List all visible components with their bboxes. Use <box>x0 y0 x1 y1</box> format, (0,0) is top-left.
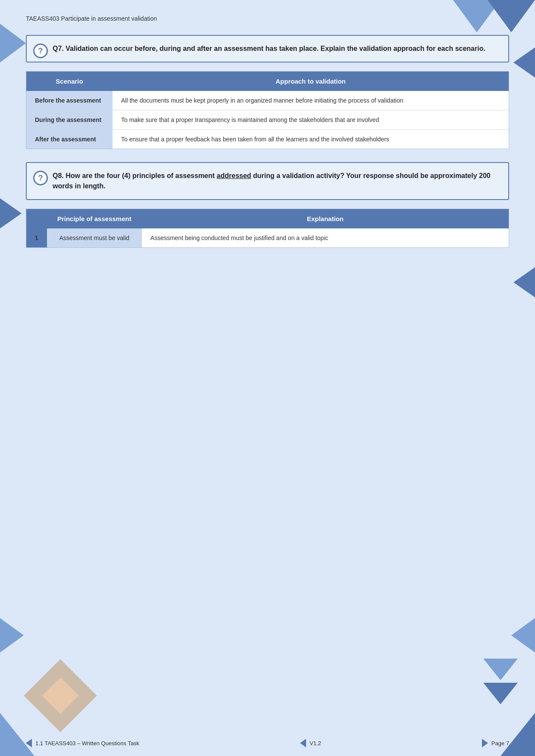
q7-text: Q7. Validation can occur before, during … <box>53 44 500 54</box>
footer-left-icon <box>26 739 32 747</box>
q7-scenario-cell: During the assessment <box>26 110 113 130</box>
deco-bottom-right-tris <box>483 659 518 704</box>
q7-table-row: Before the assessment All the documents … <box>26 91 509 110</box>
q7-approach-cell: To ensure that a proper feedback has bee… <box>113 130 509 149</box>
page: TAEASS403 Participate in assessment vali… <box>0 0 535 756</box>
q8-text: Q8. How are the four (4) principles of a… <box>53 171 500 191</box>
deco-arr-bottom-left <box>0 618 24 653</box>
page-footer: 1.1 TAEASS403 – Written Questions Task V… <box>0 739 535 747</box>
footer-center-icon <box>300 739 306 747</box>
footer-right-icon <box>482 739 488 747</box>
q7-icon: ? <box>33 44 48 58</box>
q7-scenario-cell: After the assessment <box>26 130 113 149</box>
q8-table-row: 1 Assessment must be valid Assessment be… <box>26 228 509 247</box>
q8-principle-cell: Assessment must be valid <box>47 228 142 247</box>
q7-col2-header: Approach to validation <box>113 72 509 91</box>
footer-left: 1.1 TAEASS403 – Written Questions Task <box>26 739 139 747</box>
q8-block: ? Q8. How are the four (4) principles of… <box>26 162 509 200</box>
footer-center: V1.2 <box>300 739 321 747</box>
deco-tri-bottom-left <box>0 713 34 756</box>
deco-tri-down-2 <box>483 683 518 704</box>
footer-page: Page 7 <box>491 740 509 747</box>
footer-version: V1.2 <box>310 740 321 747</box>
page-header: TAEASS403 Participate in assessment vali… <box>26 9 509 26</box>
header-title: TAEASS403 Participate in assessment vali… <box>26 15 157 22</box>
q7-table: Scenario Approach to validation Before t… <box>26 71 509 149</box>
q7-approach-cell: To make sure that a proper transparency … <box>113 110 509 130</box>
deco-arr-right-mid <box>513 267 535 297</box>
footer-left-text: 1.1 TAEASS403 – Written Questions Task <box>35 740 139 747</box>
q8-explanation-cell: Assessment being conducted must be justi… <box>142 228 509 247</box>
q7-approach-cell: All the documents must be kept properly … <box>113 91 509 110</box>
deco-tri-down-1 <box>483 659 518 680</box>
q8-col2-header: Explanation <box>142 209 509 228</box>
footer-right: Page 7 <box>482 739 509 747</box>
q8-icon: ? <box>33 171 48 185</box>
q7-table-row: After the assessment To ensure that a pr… <box>26 130 509 149</box>
q7-table-row: During the assessment To make sure that … <box>26 110 509 130</box>
q7-scenario-cell: Before the assessment <box>26 91 113 110</box>
deco-arr-bottom-right <box>511 618 535 653</box>
q8-row-num: 1 <box>26 228 47 247</box>
deco-tri-bottom-right <box>501 713 535 756</box>
q8-col1-header: Principle of assessment <box>47 209 142 228</box>
q8-col0-header <box>26 209 47 228</box>
q8-table: Principle of assessment Explanation 1 As… <box>26 209 509 248</box>
main-content: TAEASS403 Participate in assessment vali… <box>0 0 535 269</box>
q7-block: ? Q7. Validation can occur before, durin… <box>26 35 509 62</box>
q7-col1-header: Scenario <box>26 72 113 91</box>
